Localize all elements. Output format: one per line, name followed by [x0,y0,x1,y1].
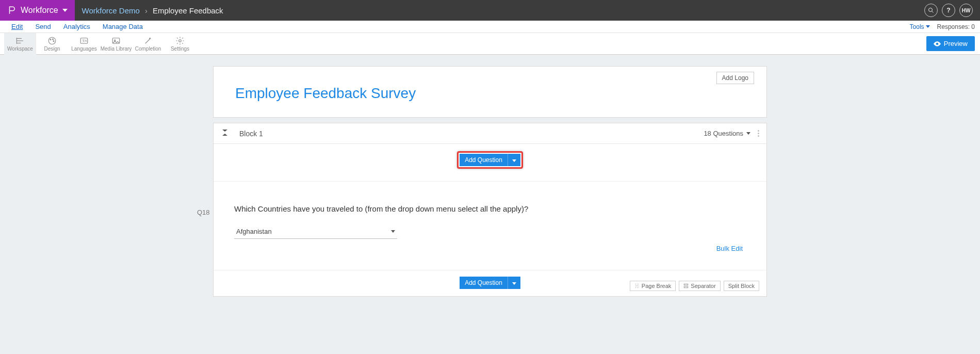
brand-label: Workforce [21,6,58,15]
gear-icon [175,36,185,45]
toolbar: Workspace Design 文A Languages Media Libr… [0,33,980,55]
canvas: Add Logo Employee Feedback Survey Block … [0,55,980,297]
toolbar-media-library[interactable]: Media Library [100,33,132,55]
question-area[interactable]: Q18 Which Countries have you traveled to… [214,182,766,270]
answer-dropdown[interactable]: Afghanistan [234,224,397,239]
toolbar-design[interactable]: Design [36,33,68,55]
top-bar: Workforce Workforce Demo › Employee Feed… [0,0,980,21]
split-block-button[interactable]: Split Block [724,281,759,291]
add-logo-button[interactable]: Add Logo [716,72,754,84]
menu-manage-data[interactable]: Manage Data [96,21,149,32]
language-icon: 文A [79,36,89,45]
page-break-button[interactable]: Page Break [630,281,676,291]
toolbar-settings[interactable]: Settings [164,33,196,55]
tools-label: Tools [910,23,924,30]
avatar-initials: HW [962,8,971,13]
toolbar-workspace[interactable]: Workspace [4,33,36,55]
menu-bar: Edit Send Analytics Manage Data Tools Re… [0,21,980,33]
dropdown-selected-value: Afghanistan [236,228,272,235]
question-text[interactable]: Which Countries have you traveled to (fr… [234,204,746,213]
svg-text:文A: 文A [82,39,87,42]
search-icon [928,7,934,13]
survey-title[interactable]: Employee Feedback Survey [214,72,766,102]
menu-send[interactable]: Send [29,21,57,32]
chevron-down-icon [512,159,516,162]
image-icon [111,36,121,45]
toolbar-languages[interactable]: 文A Languages [68,33,100,55]
breadcrumb-link[interactable]: Workforce Demo [82,6,140,15]
add-question-row-bottom: Add Question Page Break Separator Split … [214,270,766,296]
collapse-icon [222,130,227,136]
workspace-icon [15,36,25,45]
highlight-ring: Add Question [457,151,523,169]
chevron-down-icon [62,8,68,13]
brand-logo-icon [7,6,17,15]
chevron-down-icon [746,132,750,135]
block-menu-button[interactable] [758,130,759,137]
topbar-right: ? HW [924,4,980,17]
add-question-dropdown[interactable] [508,154,520,166]
block-panel: Block 1 18 Questions Add Question [213,123,767,297]
help-icon: ? [946,7,950,14]
add-question-button[interactable]: Add Question [460,154,508,166]
chevron-down-icon [512,282,516,285]
svg-rect-16 [684,284,689,285]
svg-point-8 [53,39,54,40]
bulk-edit-link[interactable]: Bulk Edit [716,245,743,252]
chevron-down-icon [391,230,395,233]
help-button[interactable]: ? [942,4,955,17]
palette-icon [47,36,57,45]
search-button[interactable] [924,4,938,17]
add-question-row-top: Add Question [214,144,766,182]
separator-icon [683,283,689,288]
add-question-button-bottom[interactable]: Add Question [460,277,508,289]
question-count-dropdown[interactable]: 18 Questions [704,130,750,137]
block-tools: Page Break Separator Split Block [630,281,759,291]
chevron-down-icon [926,25,930,28]
svg-line-1 [932,11,934,13]
tools-menu[interactable]: Tools [910,23,930,30]
svg-rect-17 [684,286,689,288]
svg-point-7 [50,39,51,40]
wand-icon [143,36,153,45]
breadcrumb: Workforce Demo › Employee Feedback [75,6,223,15]
responses-count: Responses: 0 [937,23,975,30]
menu-analytics[interactable]: Analytics [57,21,96,32]
collapse-block-icon[interactable] [221,130,229,137]
survey-header-panel: Add Logo Employee Feedback Survey [213,66,767,118]
toolbar-completion[interactable]: Completion [132,33,164,55]
block-header: Block 1 18 Questions [214,123,766,144]
svg-point-9 [53,40,54,41]
svg-point-15 [179,39,182,42]
brand-menu[interactable]: Workforce [0,0,75,21]
question-id-label: Q18 [197,208,210,216]
eye-icon [934,41,941,46]
breadcrumb-current: Employee Feedback [153,6,223,15]
preview-button[interactable]: Preview [926,36,975,51]
add-question-dropdown-bottom[interactable] [508,277,520,289]
block-name[interactable]: Block 1 [239,130,263,138]
page-break-icon [634,283,640,288]
svg-point-0 [929,8,933,12]
breadcrumb-separator-icon: › [145,6,148,15]
menu-edit[interactable]: Edit [5,21,29,32]
separator-button[interactable]: Separator [679,281,720,291]
svg-point-6 [48,37,56,44]
svg-line-14 [145,39,150,43]
avatar-button[interactable]: HW [959,4,973,17]
